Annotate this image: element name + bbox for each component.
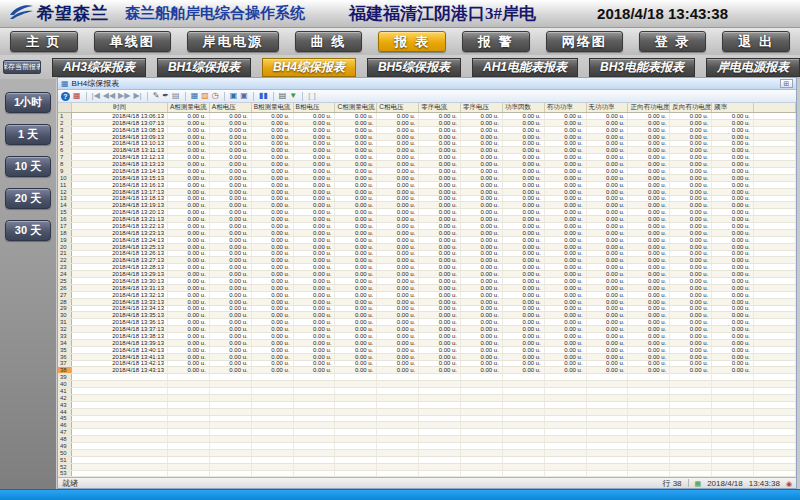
table-row[interactable]: 112018/4/18 13:16:130.00 u.0.00 u.0.00 u… <box>58 182 796 189</box>
table-row[interactable]: 302018/4/18 13:35:130.00 u.0.00 u.0.00 u… <box>58 312 796 319</box>
time-range-button-1[interactable]: 1小时 <box>5 92 51 113</box>
tab-2[interactable]: BH1综保报表 <box>157 58 251 77</box>
table-row[interactable]: 82018/4/18 13:13:130.00 u.0.00 u.0.00 u.… <box>58 161 796 168</box>
value-cell: 0.00 u. <box>545 333 587 339</box>
table-row[interactable]: 152018/4/18 13:20:130.00 u.0.00 u.0.00 u… <box>58 209 796 216</box>
pen-icon[interactable]: ✒ <box>162 92 169 100</box>
time-range-button-2[interactable]: 1 天 <box>5 124 51 145</box>
table-row[interactable]: 102018/4/18 13:15:130.00 u.0.00 u.0.00 u… <box>58 175 796 182</box>
table-row[interactable]: 50 <box>58 450 796 457</box>
table-row[interactable]: 292018/4/18 13:34:130.00 u.0.00 u.0.00 u… <box>58 306 796 313</box>
value-cell: 0.00 u. <box>168 333 210 339</box>
table-row[interactable]: 342018/4/18 13:39:130.00 u.0.00 u.0.00 u… <box>58 340 796 347</box>
bottom-scroll-strip[interactable] <box>0 489 800 500</box>
table-row[interactable]: 212018/4/18 13:26:130.00 u.0.00 u.0.00 u… <box>58 251 796 258</box>
chart-view-icon[interactable]: ▨ <box>201 92 209 100</box>
table-row[interactable]: 252018/4/18 13:30:130.00 u.0.00 u.0.00 u… <box>58 278 796 285</box>
table-row[interactable]: 202018/4/18 13:25:130.00 u.0.00 u.0.00 u… <box>58 244 796 251</box>
calendar-icon[interactable]: ▦ <box>73 92 81 100</box>
table-row[interactable]: 43 <box>58 402 796 409</box>
table-row[interactable]: 272018/4/18 13:32:130.00 u.0.00 u.0.00 u… <box>58 292 796 299</box>
table-row[interactable]: 372018/4/18 13:42:130.00 u.0.00 u.0.00 u… <box>58 361 796 368</box>
tab-3[interactable]: BH4综保报表 <box>262 58 356 77</box>
table-row[interactable]: 92018/4/18 13:14:130.00 u.0.00 u.0.00 u.… <box>58 168 796 175</box>
table-row[interactable]: 32018/4/18 13:08:130.00 u.0.00 u.0.00 u.… <box>58 127 796 134</box>
pencil-icon[interactable]: ✎ <box>153 92 160 100</box>
table-row[interactable]: 41 <box>58 388 796 395</box>
table-row[interactable]: 51 <box>58 457 796 464</box>
table-row[interactable]: 192018/4/18 13:24:130.00 u.0.00 u.0.00 u… <box>58 237 796 244</box>
table-row[interactable]: 122018/4/18 13:17:130.00 u.0.00 u.0.00 u… <box>58 189 796 196</box>
first-record-icon[interactable]: |◀ <box>92 92 100 100</box>
bracket-left-icon[interactable]: [ <box>308 92 310 100</box>
table-row[interactable]: 40 <box>58 381 796 388</box>
table-row[interactable]: 22018/4/18 13:07:130.00 u.0.00 u.0.00 u.… <box>58 120 796 127</box>
nav-button-8[interactable]: 登 录 <box>639 31 707 52</box>
clock-icon[interactable]: ◷ <box>212 92 219 100</box>
nav-button-4[interactable]: 曲 线 <box>295 31 363 52</box>
table-row[interactable]: 352018/4/18 13:40:130.00 u.0.00 u.0.00 u… <box>58 347 796 354</box>
next-record-icon[interactable]: ▶▶ <box>118 92 130 100</box>
help-icon[interactable]: ? <box>61 92 70 101</box>
table-row[interactable]: 47 <box>58 429 796 436</box>
value-cell: 0.00 u. <box>419 216 461 222</box>
tab-4[interactable]: BH5综保报表 <box>367 58 461 77</box>
time-range-button-3[interactable]: 10 天 <box>5 156 51 177</box>
nav-button-1[interactable]: 主 页 <box>10 31 78 52</box>
tab-1[interactable]: AH3综保报表 <box>52 58 146 77</box>
save-current-report-button[interactable]: 保存当前报表 <box>3 60 41 74</box>
grid-view-icon[interactable]: ▦ <box>191 92 199 100</box>
nav-button-9[interactable]: 退 出 <box>722 31 790 52</box>
table-row[interactable]: 49 <box>58 443 796 450</box>
pause-icon[interactable]: ▮▮ <box>259 92 268 100</box>
table-row[interactable]: 312018/4/18 13:36:130.00 u.0.00 u.0.00 u… <box>58 319 796 326</box>
table-row[interactable]: 45 <box>58 416 796 423</box>
nav-button-2[interactable]: 单线图 <box>94 31 171 52</box>
print-icon[interactable]: ▤ <box>279 92 287 100</box>
value-cell: 0.00 u. <box>545 216 587 222</box>
table-row[interactable]: 52018/4/18 13:10:130.00 u.0.00 u.0.00 u.… <box>58 141 796 148</box>
table-row[interactable]: 262018/4/18 13:31:130.00 u.0.00 u.0.00 u… <box>58 285 796 292</box>
table-row[interactable]: 39 <box>58 374 796 381</box>
table-row[interactable]: 46 <box>58 422 796 429</box>
tab-7[interactable]: 岸电电源报表 <box>706 58 800 77</box>
empty-cell <box>545 457 587 463</box>
table-row[interactable]: 322018/4/18 13:37:130.00 u.0.00 u.0.00 u… <box>58 326 796 333</box>
table-row[interactable]: 162018/4/18 13:21:130.00 u.0.00 u.0.00 u… <box>58 216 796 223</box>
table-row[interactable]: 172018/4/18 13:22:130.00 u.0.00 u.0.00 u… <box>58 223 796 230</box>
table-row[interactable]: 132018/4/18 13:18:130.00 u.0.00 u.0.00 u… <box>58 196 796 203</box>
table-row[interactable]: 332018/4/18 13:38:130.00 u.0.00 u.0.00 u… <box>58 333 796 340</box>
bracket-right-icon[interactable]: ] <box>313 92 315 100</box>
prev-record-icon[interactable]: ◀◀ <box>103 92 115 100</box>
export-table-icon[interactable]: ▣ <box>230 92 238 100</box>
table-row[interactable]: 42 <box>58 395 796 402</box>
table-row[interactable]: 142018/4/18 13:19:130.00 u.0.00 u.0.00 u… <box>58 202 796 209</box>
table-row[interactable]: 362018/4/18 13:41:130.00 u.0.00 u.0.00 u… <box>58 354 796 361</box>
time-range-button-4[interactable]: 20 天 <box>5 188 51 209</box>
nav-button-5[interactable]: 报 表 <box>378 31 446 52</box>
nav-button-7[interactable]: 网络图 <box>546 31 623 52</box>
table-row[interactable]: 44 <box>58 409 796 416</box>
pin-button[interactable]: ⊞ <box>780 79 793 88</box>
table-row[interactable]: 52 <box>58 464 796 471</box>
time-range-button-5[interactable]: 30 天 <box>5 220 51 241</box>
nav-button-3[interactable]: 岸电电源 <box>187 31 279 52</box>
table-row[interactable]: 382018/4/18 13:43:130.00 u.0.00 u.0.00 u… <box>58 367 796 374</box>
import-table-icon[interactable]: ▣ <box>240 92 248 100</box>
table-row[interactable]: 222018/4/18 13:27:130.00 u.0.00 u.0.00 u… <box>58 257 796 264</box>
table-row[interactable]: 72018/4/18 13:12:130.00 u.0.00 u.0.00 u.… <box>58 154 796 161</box>
table-row[interactable]: 62018/4/18 13:11:130.00 u.0.00 u.0.00 u.… <box>58 147 796 154</box>
export-save-icon[interactable]: ▼ <box>289 92 297 100</box>
table-row[interactable]: 182018/4/18 13:23:130.00 u.0.00 u.0.00 u… <box>58 230 796 237</box>
copy-icon[interactable]: ▤ <box>172 92 180 100</box>
tab-6[interactable]: BH3电能表报表 <box>589 58 695 77</box>
nav-button-6[interactable]: 报 警 <box>462 31 530 52</box>
table-row[interactable]: 232018/4/18 13:28:130.00 u.0.00 u.0.00 u… <box>58 264 796 271</box>
table-row[interactable]: 282018/4/18 13:33:130.00 u.0.00 u.0.00 u… <box>58 299 796 306</box>
table-row[interactable]: 48 <box>58 436 796 443</box>
table-row[interactable]: 12018/4/18 13:06:130.00 u.0.00 u.0.00 u.… <box>58 113 796 120</box>
table-row[interactable]: 42018/4/18 13:09:130.00 u.0.00 u.0.00 u.… <box>58 134 796 141</box>
table-row[interactable]: 242018/4/18 13:29:130.00 u.0.00 u.0.00 u… <box>58 271 796 278</box>
tab-5[interactable]: AH1电能表报表 <box>472 58 578 77</box>
last-record-icon[interactable]: ▶| <box>133 92 141 100</box>
